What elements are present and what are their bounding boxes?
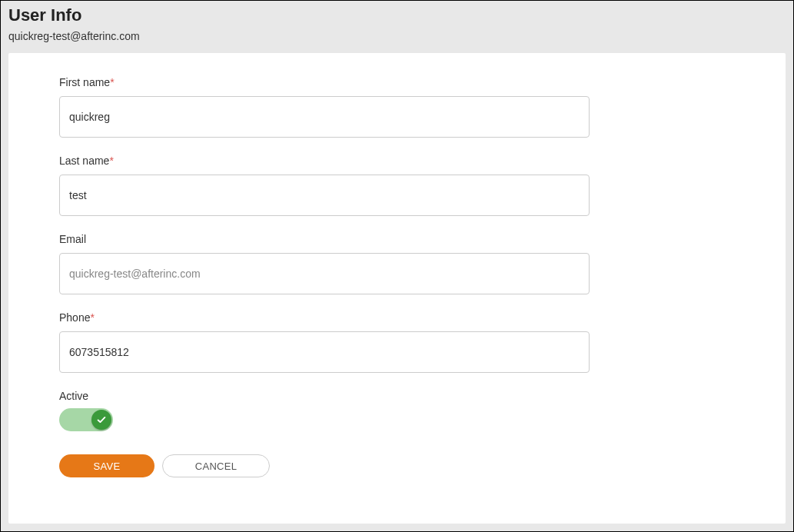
app-window: User Info quickreg-test@afterinc.com Fir… [0,0,794,532]
required-marker: * [110,76,114,88]
phone-label: Phone* [59,311,735,324]
button-row: SAVE CANCEL [59,454,735,477]
first-name-label-text: First name [59,76,110,88]
save-button[interactable]: SAVE [59,454,154,477]
active-label: Active [59,390,735,402]
page-title: User Info [8,5,786,25]
page-subtitle: quickreg-test@afterinc.com [8,30,786,42]
cancel-button[interactable]: CANCEL [162,454,270,477]
last-name-label-text: Last name [59,155,109,167]
toggle-knob [91,410,111,430]
email-label: Email [59,233,735,245]
check-icon [96,414,107,425]
email-label-text: Email [59,233,86,245]
phone-group: Phone* [59,311,735,373]
first-name-label: First name* [59,76,735,88]
required-marker: * [109,155,113,167]
phone-label-text: Phone [59,311,90,324]
email-field[interactable] [59,253,590,294]
first-name-field[interactable] [59,96,590,138]
active-toggle[interactable] [59,408,113,431]
first-name-group: First name* [59,76,735,138]
form-panel: First name* Last name* Email Phone* Acti… [8,53,786,524]
last-name-label: Last name* [59,155,735,167]
email-group: Email [59,233,735,294]
active-group: Active [59,390,735,431]
phone-field[interactable] [59,331,590,373]
required-marker: * [90,311,94,324]
page-header: User Info quickreg-test@afterinc.com [1,1,793,53]
last-name-group: Last name* [59,155,735,216]
last-name-field[interactable] [59,175,590,216]
